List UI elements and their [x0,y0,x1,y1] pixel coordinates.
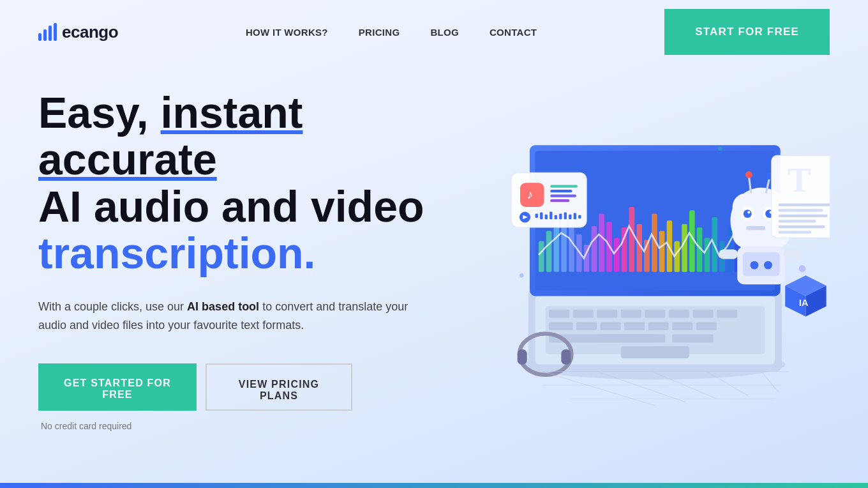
svg-rect-33 [599,214,604,272]
navbar: ecango HOW IT WORKS? PRICING BLOG CONTAC… [0,0,868,64]
svg-rect-44 [682,224,687,272]
svg-rect-13 [576,322,597,330]
hero-section: Easy, instant accurate AI audio and vide… [0,64,868,473]
svg-rect-14 [601,322,621,330]
svg-rect-103 [779,231,812,233]
bottom-bar [0,483,868,488]
svg-point-113 [799,265,806,272]
svg-rect-35 [614,238,620,272]
svg-point-72 [764,261,772,270]
svg-rect-37 [629,207,635,272]
svg-rect-99 [779,209,823,211]
svg-rect-81 [550,195,576,197]
hero-title-ai-audio: AI audio and video [38,182,424,231]
svg-line-119 [761,371,779,392]
svg-rect-85 [535,214,538,218]
svg-rect-15 [624,322,645,330]
svg-rect-12 [549,322,573,330]
logo-bar-1 [38,33,41,41]
hero-title-transcription: transcription. [38,230,474,277]
svg-point-59 [744,210,752,218]
svg-rect-18 [696,322,717,330]
logo-text: ecango [62,22,118,42]
svg-text:T: T [787,160,811,199]
nav-cta-button[interactable]: START FOR FREE [664,9,830,55]
svg-rect-110 [561,349,571,365]
svg-rect-8 [645,310,665,318]
svg-point-60 [747,211,750,213]
svg-rect-7 [621,310,641,318]
svg-rect-16 [648,322,669,330]
hero-title-line1: Easy, instant accurate [38,89,474,183]
svg-rect-73 [719,249,738,259]
hero-desc-part1: With a couple clicks, use our [38,300,187,313]
svg-rect-25 [539,241,544,272]
svg-rect-74 [784,249,803,259]
svg-point-114 [520,273,523,277]
svg-rect-101 [779,220,816,222]
svg-rect-98 [779,204,830,206]
svg-rect-70 [743,252,780,277]
svg-rect-17 [672,322,692,330]
hero-buttons: GET STARTED FOR FREE VIEW PRICING PLANS [38,363,474,411]
svg-rect-47 [705,238,710,272]
svg-rect-10 [692,310,713,318]
svg-rect-5 [573,310,594,318]
svg-point-112 [718,146,722,150]
svg-rect-87 [545,215,548,220]
nav-link-pricing[interactable]: PRICING [359,27,400,38]
nav-link-contact[interactable]: CONTACT [490,27,537,38]
logo-bar-3 [49,26,52,41]
svg-rect-64 [746,226,765,230]
svg-rect-21 [672,334,713,342]
hero-content: Easy, instant accurate AI audio and vide… [38,77,474,431]
svg-rect-92 [569,215,571,220]
svg-text:IA: IA [799,297,809,308]
svg-rect-9 [669,310,689,318]
svg-rect-82 [550,199,569,202]
svg-rect-79 [550,185,578,188]
svg-rect-26 [546,231,552,271]
nav-link-how-it-works[interactable]: HOW IT WORKS? [246,27,328,38]
svg-rect-102 [779,225,825,228]
nav-link-blog[interactable]: BLOG [430,27,459,38]
svg-rect-109 [518,349,527,365]
svg-point-66 [745,171,752,178]
svg-point-111 [577,163,583,169]
nav-links: HOW IT WORKS? PRICING BLOG CONTACT [246,27,537,38]
view-pricing-button[interactable]: VIEW PRICING PLANS [206,363,352,411]
svg-rect-32 [592,226,597,272]
svg-rect-41 [659,231,665,271]
svg-rect-4 [549,310,569,318]
svg-text:♪: ♪ [527,188,534,201]
svg-rect-91 [564,212,567,219]
no-credit-text: No credit card required [41,421,474,431]
illustration-svg: ♪ T [474,77,830,433]
svg-rect-6 [597,310,617,318]
logo-bar-2 [43,29,47,41]
svg-rect-94 [578,215,581,218]
svg-rect-22 [621,346,689,358]
svg-rect-93 [574,213,576,220]
svg-rect-11 [717,310,737,318]
hero-desc-bold: AI based tool [187,300,259,313]
svg-rect-89 [555,215,557,219]
logo-bar-4 [54,23,57,41]
logo[interactable]: ecango [38,22,118,42]
svg-rect-27 [554,220,560,271]
hero-title-line2: AI audio and video [38,183,474,230]
svg-rect-86 [540,212,542,219]
svg-rect-88 [550,211,552,219]
hero-illustration: ♪ T [474,77,830,433]
get-started-button[interactable]: GET STARTED FOR FREE [38,363,197,411]
svg-rect-43 [674,241,680,272]
logo-icon [38,23,57,41]
svg-rect-80 [550,190,572,192]
svg-point-71 [751,261,759,270]
svg-rect-20 [597,334,665,342]
svg-rect-90 [559,214,562,220]
svg-rect-100 [779,215,828,217]
hero-title-easy: Easy, [38,88,161,137]
hero-description: With a couple clicks, use our AI based t… [38,298,408,335]
